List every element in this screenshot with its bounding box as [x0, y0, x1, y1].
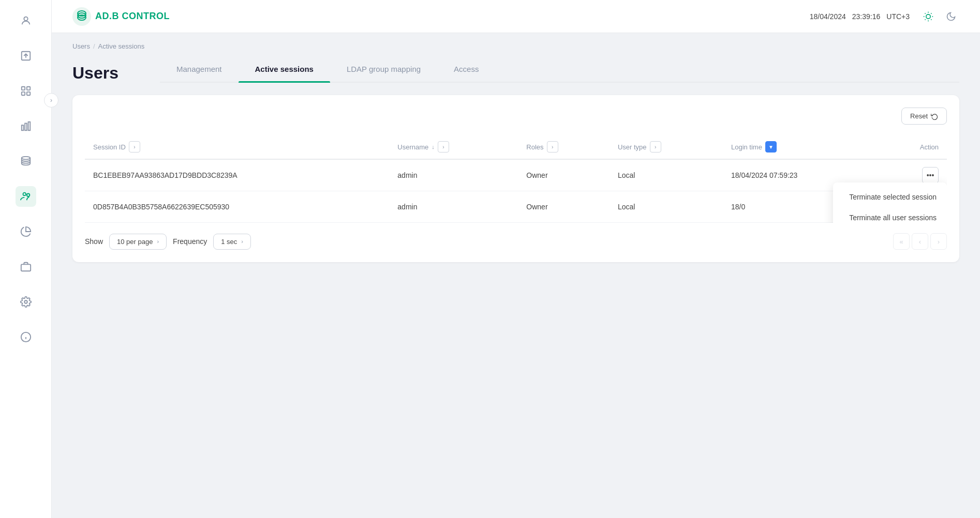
sidebar-item-info[interactable] — [16, 327, 36, 347]
frequency-select[interactable]: 1 sec › — [213, 234, 251, 250]
svg-rect-4 — [26, 87, 29, 90]
cell-username: admin — [389, 191, 518, 223]
sun-icon[interactable] — [920, 8, 937, 25]
header-icons — [920, 8, 959, 25]
col-filter-login-time[interactable]: ▼ — [765, 141, 777, 153]
col-header-session-id: Session ID › — [85, 135, 389, 159]
cell-roles: Owner — [518, 191, 610, 223]
sidebar-item-dashboard[interactable] — [16, 81, 36, 101]
svg-line-30 — [931, 13, 931, 13]
col-filter-session-id[interactable]: › — [129, 141, 140, 153]
pagination: « ‹ › — [893, 233, 947, 250]
svg-rect-13 — [21, 264, 30, 271]
svg-point-12 — [26, 194, 29, 197]
main-content: AD.B CONTROL 18/04/2024 23:39:16 UTC+3 U… — [52, 0, 980, 518]
svg-line-26 — [931, 19, 931, 20]
sidebar-item-settings[interactable] — [16, 292, 36, 312]
moon-icon[interactable] — [943, 8, 959, 25]
col-header-roles: Roles › — [518, 135, 610, 159]
sessions-table: Session ID › Username ↓ › — [85, 135, 947, 223]
tab-access[interactable]: Access — [437, 56, 495, 82]
table-row: BC1EBEB97AA93863AD17D9BDD3C8239A admin O… — [85, 159, 947, 191]
svg-rect-5 — [21, 92, 24, 95]
pagination-first-button[interactable]: « — [893, 233, 910, 250]
logo-text: AD.B CONTROL — [95, 11, 170, 22]
content-area: Users / Active sessions Users Management… — [52, 33, 980, 518]
svg-rect-8 — [25, 124, 27, 131]
sidebar-item-chart[interactable] — [16, 116, 36, 136]
sidebar-toggle-button[interactable]: › — [44, 93, 58, 108]
svg-rect-3 — [21, 87, 24, 90]
pagination-prev-button[interactable]: ‹ — [912, 233, 928, 250]
tab-active-sessions[interactable]: Active sessions — [239, 56, 330, 82]
cell-session-id: BC1EBEB97AA93863AD17D9BDD3C8239A — [85, 159, 389, 191]
header-timezone: UTC+3 — [886, 12, 910, 21]
table-row: 0D857B4A0B3B5758A6622639EC505930 admin O… — [85, 191, 947, 223]
dropdown-item-terminate-all[interactable]: Terminate all user sessions — [833, 207, 947, 223]
breadcrumb: Users / Active sessions — [72, 33, 959, 50]
sidebar-item-database[interactable] — [16, 151, 36, 172]
action-menu-button[interactable]: ••• — [922, 167, 939, 184]
frequency-label: Frequency — [173, 237, 207, 246]
svg-line-25 — [925, 13, 926, 13]
reset-button[interactable]: Reset — [901, 108, 947, 125]
svg-point-22 — [926, 14, 930, 18]
action-dropdown-menu: Terminate selected session Terminate all… — [833, 182, 947, 223]
col-filter-user-type[interactable]: › — [650, 141, 661, 153]
header-date: 18/04/2024 — [810, 12, 846, 21]
col-filter-username[interactable]: › — [438, 141, 449, 153]
show-section: Show 10 per page › Frequency 1 sec › — [85, 234, 251, 250]
tabs-bar: Management Active sessions LDAP group ma… — [160, 56, 959, 83]
breadcrumb-separator: / — [93, 42, 95, 50]
col-header-login-time: Login time ▼ — [723, 135, 880, 159]
col-header-action: Action — [880, 135, 947, 159]
svg-point-11 — [23, 193, 26, 196]
svg-line-29 — [925, 19, 926, 20]
svg-point-0 — [24, 17, 27, 21]
col-header-user-type: User type › — [610, 135, 723, 159]
svg-rect-7 — [21, 125, 23, 130]
sidebar-item-pie-chart[interactable] — [16, 221, 36, 242]
page-title: Users — [72, 64, 118, 83]
col-header-username: Username ↓ › — [389, 135, 518, 159]
cell-username: admin — [389, 159, 518, 191]
header-time: 23:39:16 — [852, 12, 881, 21]
svg-point-10 — [21, 157, 30, 160]
logo: AD.B CONTROL — [72, 7, 170, 26]
breadcrumb-parent[interactable]: Users — [72, 42, 90, 50]
svg-rect-6 — [26, 92, 29, 95]
cell-user-type: Local — [610, 191, 723, 223]
toolbar: Reset — [85, 108, 947, 125]
sort-icon-username: ↓ — [432, 144, 435, 150]
table-footer: Show 10 per page › Frequency 1 sec › « ‹… — [85, 233, 947, 250]
action-cell: ••• Terminate selected session Terminate… — [880, 159, 947, 191]
sidebar-item-export[interactable] — [16, 45, 36, 66]
tab-management[interactable]: Management — [160, 56, 239, 82]
cell-user-type: Local — [610, 159, 723, 191]
svg-rect-9 — [28, 122, 30, 131]
per-page-select[interactable]: 10 per page › — [109, 234, 167, 250]
tab-ldap-group-mapping[interactable]: LDAP group mapping — [330, 56, 437, 82]
cell-session-id: 0D857B4A0B3B5758A6622639EC505930 — [85, 191, 389, 223]
breadcrumb-current: Active sessions — [98, 42, 145, 50]
sidebar-item-briefcase[interactable] — [16, 256, 36, 277]
col-filter-roles[interactable]: › — [547, 141, 558, 153]
sidebar: › — [0, 0, 52, 518]
top-header: AD.B CONTROL 18/04/2024 23:39:16 UTC+3 — [52, 0, 980, 33]
show-label: Show — [85, 237, 103, 246]
dropdown-item-terminate-selected[interactable]: Terminate selected session — [833, 187, 947, 207]
sessions-card: Reset Session ID › — [72, 95, 959, 262]
sidebar-item-user[interactable] — [16, 10, 36, 31]
pagination-next-button[interactable]: › — [930, 233, 947, 250]
sidebar-item-users[interactable] — [16, 186, 36, 207]
header-right: 18/04/2024 23:39:16 UTC+3 — [810, 8, 959, 25]
cell-roles: Owner — [518, 159, 610, 191]
header-datetime: 18/04/2024 23:39:16 UTC+3 — [810, 12, 910, 21]
svg-point-14 — [24, 300, 27, 303]
